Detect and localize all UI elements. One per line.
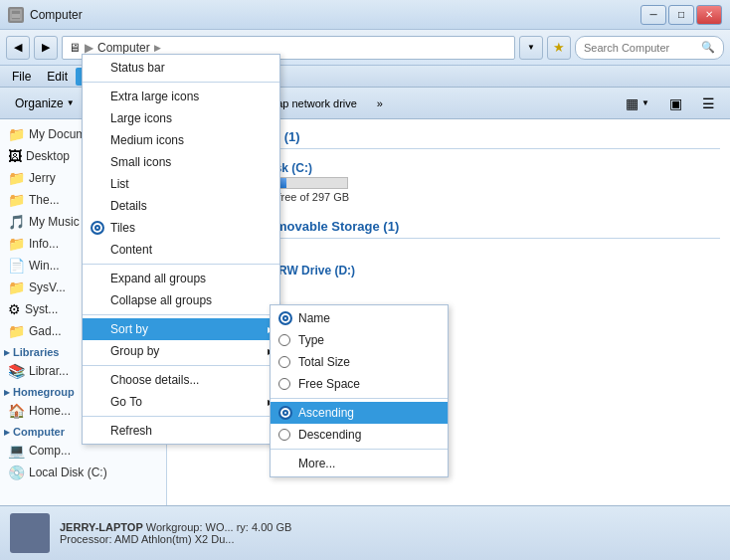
maximize-button[interactable]: □ (668, 5, 694, 25)
minimize-button[interactable]: ─ (640, 5, 666, 25)
sidebar-section-label-computer: Computer (13, 426, 65, 438)
library-icon: 📚 (8, 363, 25, 379)
path-separator: ▶ (85, 41, 93, 55)
menu-entry-sort-name[interactable]: Name (271, 307, 448, 329)
menu-entry-sort-desc[interactable]: Descending (271, 424, 448, 446)
search-icon: 🔍 (701, 41, 715, 54)
dvd-drive-info: CD/DVD-RW Drive (D:) (229, 264, 716, 278)
sidebar-label-the: The... (29, 193, 60, 207)
menu-entry-sort-type[interactable]: Type (271, 329, 448, 351)
menu-edit[interactable]: Edit (39, 68, 76, 86)
window-icon (8, 7, 24, 23)
local-disk-info: Local Disk (C:) 153.2 GB free of 297 GB (229, 161, 716, 203)
svg-rect-1 (12, 14, 20, 18)
organize-button[interactable]: Organize ▼ (6, 91, 84, 116)
menu-entry-sort-total[interactable]: Total Size (271, 351, 448, 373)
menu-separator-5 (83, 416, 279, 417)
sidebar-section-label-libraries: Libraries (13, 346, 59, 358)
bottom-text: JERRY-LAPTOP Workgroup: WO... ry: 4.00 G… (60, 521, 291, 545)
sidebar-label-librar: Librar... (29, 364, 69, 378)
settings-icon-syst: ⚙ (8, 301, 21, 317)
sidebar-label-mymusic: My Music (29, 215, 80, 229)
title-buttons: ─ □ ✕ (640, 5, 722, 25)
local-disk-name: Local Disk (C:) (229, 161, 716, 175)
sidebar-label-comp: Comp... (29, 444, 71, 458)
recent-locations-button[interactable]: ▼ (519, 36, 543, 60)
search-input[interactable] (584, 42, 697, 54)
path-arrow: ▶ (154, 43, 161, 53)
menu-separator-4 (83, 365, 279, 366)
folder-icon-win: 📄 (8, 258, 25, 274)
menu-entry-refresh[interactable]: Refresh (83, 420, 279, 442)
title-bar: Computer ─ □ ✕ (0, 0, 730, 30)
menu-separator-1 (83, 82, 279, 83)
menu-entry-collapse[interactable]: Collapse all groups (83, 289, 279, 311)
back-button[interactable]: ◀ (6, 36, 30, 60)
star-button[interactable]: ★ (547, 36, 571, 60)
organize-arrow-icon: ▼ (67, 98, 75, 107)
sidebar-label-sysv: SysV... (29, 280, 66, 294)
sidebar-label-win: Win... (29, 259, 60, 273)
menu-entry-medium[interactable]: Medium icons (83, 129, 279, 151)
processor-line: Processor: AMD Athlon(tm) X2 Du... (60, 533, 291, 545)
menu-separator-2 (83, 264, 279, 265)
local-disk-space: 153.2 GB free of 297 GB (229, 191, 716, 203)
sidebar-item-localdisk[interactable]: 💿 Local Disk (C:) (0, 462, 166, 483)
workgroup-text: Workgroup: WO... (146, 521, 234, 533)
computer-icon: 💻 (8, 443, 25, 459)
sort-separator-2 (271, 449, 448, 450)
views-button[interactable]: ▦ ▼ (617, 91, 658, 116)
sidebar-label-desktop: Desktop (26, 149, 70, 163)
details-pane-button[interactable]: ☰ (693, 91, 724, 116)
path-text: Computer (97, 41, 150, 55)
folder-icon-sysv: 📁 (8, 280, 25, 295)
toolbar-right: ▦ ▼ ▣ ☰ (617, 91, 724, 116)
menu-entry-choose-details[interactable]: Choose details... (83, 369, 279, 391)
menu-file[interactable]: File (4, 68, 39, 86)
computer-name-line: JERRY-LAPTOP Workgroup: WO... ry: 4.00 G… (60, 521, 291, 533)
organize-label: Organize (15, 96, 64, 110)
computer-name: JERRY-LAPTOP (60, 521, 143, 533)
sidebar-section-label-homegroup: Homegroup (13, 386, 75, 398)
menu-entry-list[interactable]: List (83, 173, 279, 195)
folder-icon-jerry: 📁 (8, 170, 25, 186)
menu-entry-expand[interactable]: Expand all groups (83, 268, 279, 289)
expand-icon-home: ▶ (4, 388, 10, 397)
menu-entry-small[interactable]: Small icons (83, 151, 279, 173)
sort-separator-1 (271, 398, 448, 399)
menu-entry-sort-by[interactable]: Sort by (83, 318, 279, 340)
folder-icon-mydocs: 📁 (8, 126, 25, 142)
menu-entry-tiles[interactable]: Tiles (83, 217, 279, 239)
folder-icon-gad: 📁 (8, 323, 25, 339)
sidebar-label-home: Home... (29, 404, 71, 418)
menu-entry-large[interactable]: Large icons (83, 107, 279, 129)
menu-entry-status-bar[interactable]: Status bar (83, 57, 279, 79)
view-menu: Status bar Extra large icons Large icons… (82, 54, 280, 445)
title-bar-left: Computer (8, 7, 83, 23)
menu-entry-content[interactable]: Content (83, 239, 279, 261)
menu-entry-details[interactable]: Details (83, 195, 279, 217)
menu-entry-group-by[interactable]: Group by (83, 340, 279, 362)
views-icon: ▦ (626, 95, 639, 111)
home-icon: 🏠 (8, 403, 25, 419)
menu-separator-3 (83, 314, 279, 315)
more-button[interactable]: » (368, 91, 392, 116)
menu-entry-sort-asc[interactable]: Ascending (271, 402, 448, 424)
forward-button[interactable]: ▶ (34, 36, 58, 60)
path-icon: 🖥 (69, 41, 81, 55)
close-button[interactable]: ✕ (696, 5, 722, 25)
sidebar-label-jerry: Jerry (29, 171, 56, 185)
menu-entry-extra-large[interactable]: Extra large icons (83, 86, 279, 107)
memory-text: ry: 4.00 GB (237, 521, 292, 533)
window-title: Computer (30, 8, 83, 22)
menu-entry-sort-more[interactable]: More... (271, 453, 448, 474)
folder-icon-desktop: 🖼 (8, 148, 22, 164)
menu-entry-go-to[interactable]: Go To (83, 391, 279, 413)
views-arrow-icon: ▼ (641, 98, 649, 107)
preview-pane-button[interactable]: ▣ (660, 91, 691, 116)
sidebar-label-syst: Syst... (25, 302, 58, 316)
folder-icon-info: 📁 (8, 236, 25, 252)
menu-entry-sort-free[interactable]: Free Space (271, 373, 448, 395)
disk-icon: 💿 (8, 465, 25, 480)
sidebar-label-info: Info... (29, 237, 59, 251)
